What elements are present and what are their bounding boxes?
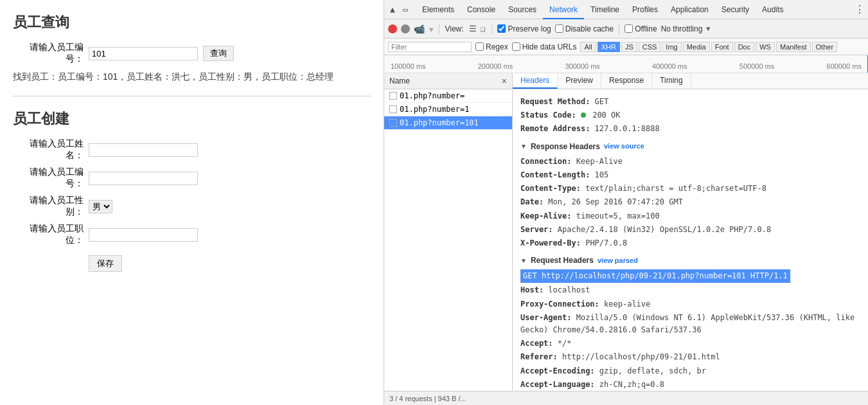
gender-select[interactable]: 男 女 xyxy=(89,200,112,213)
request-line-highlight: GET http://localhost/php/09-21/01.php?nu… xyxy=(520,269,790,283)
request-line-row: GET http://localhost/php/09-21/01.php?nu… xyxy=(520,269,860,283)
view-icons: ☰ ❏ xyxy=(468,23,487,34)
device-icon[interactable]: ▭ xyxy=(400,4,411,15)
item-2-checkbox[interactable] xyxy=(389,105,397,113)
id-label: 请输入员工编号： xyxy=(13,166,84,190)
request-headers-toggle[interactable]: ▼ xyxy=(520,256,527,266)
filter-ws[interactable]: WS xyxy=(756,42,775,52)
resp-connection: Connection: Keep-Alive xyxy=(520,156,860,168)
resp-server: Server: Apache/2.4.18 (Win32) OpenSSL/1.… xyxy=(520,224,860,236)
throttling-dropdown[interactable]: ▼ xyxy=(706,25,710,32)
resp-content-length: Content-Length: 105 xyxy=(520,169,860,181)
regex-checkbox[interactable] xyxy=(475,42,484,51)
position-input[interactable] xyxy=(89,228,198,242)
name-input[interactable] xyxy=(89,143,198,157)
status-code-val: 200 OK xyxy=(592,111,620,120)
item-3-name: 01.php?number=101 xyxy=(400,118,479,127)
filter-all[interactable]: All xyxy=(580,42,596,52)
offline-text: Offline xyxy=(635,24,657,33)
timeline-200k: 200000 ms xyxy=(478,62,513,70)
view-parsed-link[interactable]: view parsed xyxy=(598,255,638,267)
filter-manifest[interactable]: Manifest xyxy=(776,42,811,52)
hide-data-urls-checkbox[interactable] xyxy=(512,42,520,51)
name-list-close-icon[interactable]: × xyxy=(502,76,507,86)
camera-icon[interactable]: 📹 xyxy=(414,24,425,34)
list-item-1[interactable]: 01.php?number= xyxy=(384,89,512,103)
preserve-log-checkbox[interactable] xyxy=(497,24,506,33)
hide-data-urls-label[interactable]: Hide data URLs xyxy=(512,42,577,51)
item-3-checkbox[interactable] xyxy=(389,119,397,127)
query-input[interactable] xyxy=(89,47,198,60)
inspect-icon[interactable]: ▲ xyxy=(387,4,398,15)
id-input[interactable] xyxy=(89,172,198,185)
tab-elements[interactable]: Elements xyxy=(416,0,461,19)
headers-content: Request Method: GET Status Code: 200 OK … xyxy=(513,89,868,391)
tab-profiles[interactable]: Profiles xyxy=(626,0,664,19)
main-content: Name × 01.php?number= 01.php?number=1 01… xyxy=(384,73,868,391)
tab-console[interactable]: Console xyxy=(461,0,502,19)
disable-cache-checkbox[interactable] xyxy=(555,24,563,33)
timeline-400k: 400000 ms xyxy=(652,62,687,70)
req-referer: Referer: http://localhost/php/09-21/01.h… xyxy=(520,351,860,363)
tab-application[interactable]: Application xyxy=(664,0,715,19)
preserve-log-label[interactable]: Preserve log xyxy=(497,24,551,33)
list-view-icon[interactable]: ☰ xyxy=(468,23,478,34)
tab-sources[interactable]: Sources xyxy=(502,0,543,19)
regex-text: Regex xyxy=(486,42,508,51)
tab-preview[interactable]: Preview xyxy=(558,73,601,89)
name-label: 请输入员工姓名： xyxy=(13,138,84,161)
hide-data-urls-text: Hide data URLs xyxy=(522,42,577,51)
tab-timing[interactable]: Timing xyxy=(652,73,691,89)
filter-font[interactable]: Font xyxy=(711,42,733,52)
resp-x-powered-by: X-Powered-By: PHP/7.0.8 xyxy=(520,237,860,249)
list-item-2[interactable]: 01.php?number=1 xyxy=(384,103,512,116)
separator1 xyxy=(439,24,439,34)
disable-cache-text: Disable cache xyxy=(565,24,614,33)
status-code-key: Status Code: xyxy=(520,111,581,120)
filter-media[interactable]: Media xyxy=(683,42,710,52)
save-button[interactable]: 保存 xyxy=(89,255,122,272)
regex-label[interactable]: Regex xyxy=(475,42,508,51)
filter-doc[interactable]: Doc xyxy=(734,42,755,52)
record-button[interactable] xyxy=(388,24,397,33)
tab-audits[interactable]: Audits xyxy=(756,0,790,19)
divider xyxy=(13,96,371,96)
view-label: View: xyxy=(445,24,463,33)
remote-address-row: Remote Address: 127.0.0.1:8888 xyxy=(520,123,860,135)
tab-response[interactable]: Response xyxy=(601,73,652,89)
response-view-source-link[interactable]: view source xyxy=(604,141,644,152)
no-throttling-text: No throttling xyxy=(661,24,703,33)
list-item-3[interactable]: 01.php?number=101 xyxy=(384,116,512,130)
stop-button[interactable] xyxy=(401,24,410,33)
position-form-row: 请输入员工职位： xyxy=(13,223,371,246)
resp-date: Date: Mon, 26 Sep 2016 07:47:20 GMT xyxy=(520,196,860,208)
offline-label[interactable]: Offline xyxy=(624,24,657,33)
offline-checkbox[interactable] xyxy=(624,24,633,33)
filter-css[interactable]: CSS xyxy=(639,42,661,52)
filter-img[interactable]: Img xyxy=(662,42,681,52)
tab-network[interactable]: Network xyxy=(543,0,584,19)
filter-input[interactable] xyxy=(388,42,472,52)
filter-js[interactable]: JS xyxy=(621,42,637,52)
request-headers-section: ▼ Request Headers view parsed xyxy=(520,255,860,267)
req-proxy-connection: Proxy-Connection: keep-alive xyxy=(520,298,860,310)
item-2-name: 01.php?number=1 xyxy=(400,105,469,114)
filter-type-buttons: All XHR JS CSS Img Media Font Doc WS Man… xyxy=(580,42,837,52)
separator2 xyxy=(492,24,492,34)
devtools-tab-bar: ▲ ▭ Elements Console Sources Network Tim… xyxy=(384,0,868,19)
tab-headers[interactable]: Headers xyxy=(513,73,558,89)
filter-xhr[interactable]: XHR xyxy=(598,42,620,52)
item-1-checkbox[interactable] xyxy=(389,92,397,100)
filter-other[interactable]: Other xyxy=(812,42,838,52)
tab-timeline[interactable]: Timeline xyxy=(584,0,626,19)
tab-security[interactable]: Security xyxy=(715,0,756,19)
name-list: Name × 01.php?number= 01.php?number=1 01… xyxy=(384,73,513,391)
bottom-bar-text: 3 / 4 requests | 943 B /... xyxy=(389,395,466,402)
timeline-300k: 300000 ms xyxy=(565,62,599,70)
response-headers-toggle[interactable]: ▼ xyxy=(520,141,527,152)
filter-icon[interactable]: ▿ xyxy=(429,24,434,34)
query-button[interactable]: 查询 xyxy=(203,46,234,61)
disable-cache-label[interactable]: Disable cache xyxy=(555,24,614,33)
grid-view-icon[interactable]: ❏ xyxy=(479,23,487,34)
more-icon[interactable]: ⋮ xyxy=(855,3,865,15)
